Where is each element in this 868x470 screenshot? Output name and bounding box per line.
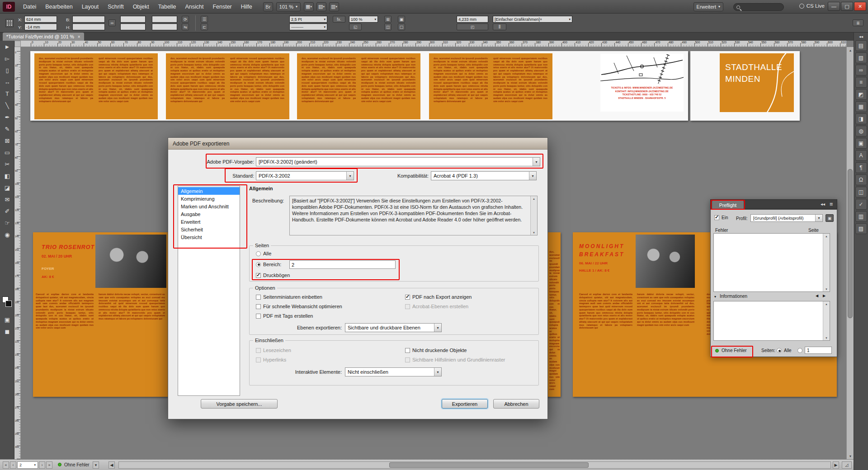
stroke-weight-select[interactable]: 2,5 Pt▾ [289, 16, 327, 23]
gradient-feather-tool[interactable]: ◪ [0, 182, 14, 193]
page-range-input[interactable]: 2 [289, 260, 396, 269]
fill-swatch[interactable] [5, 301, 12, 307]
last-page-button[interactable]: » [46, 461, 52, 469]
dialog-section-allgemein[interactable]: Allgemein [178, 187, 240, 195]
next-page-button[interactable]: › [39, 461, 45, 469]
export-button[interactable]: Exportieren [442, 399, 488, 409]
swatches-panel-icon[interactable]: ▦ [855, 101, 867, 112]
line-tool[interactable]: ╲ [0, 99, 14, 111]
stroke-panel-icon[interactable]: ≡ [855, 77, 867, 88]
photo-trio[interactable] [95, 235, 166, 288]
interactive-elements-select[interactable]: Nicht einschließen▾ [345, 367, 442, 376]
drop-shadow-icon[interactable]: ◱ [349, 24, 362, 30]
cancel-button[interactable]: Abbrechen [493, 399, 539, 409]
menu-datei[interactable]: Datei [19, 0, 41, 14]
stroke-align-icons[interactable]: ☰ [201, 16, 208, 23]
reference-point-proxy[interactable] [5, 19, 14, 27]
collapse-panel-icon[interactable]: ◂◂ [821, 202, 825, 207]
preflight-all-pages-radio[interactable]: Alle [777, 348, 792, 353]
separations-panel-icon[interactable]: ▥ [855, 211, 867, 222]
description-box[interactable]: [Basiert auf "[PDF/X-3:2002]"] Verwenden… [289, 196, 538, 235]
hand-tool[interactable]: ☞ [0, 217, 14, 229]
dialog-section-übersicht[interactable]: Übersicht [178, 233, 240, 241]
cs-live-button[interactable]: CS Live [799, 3, 825, 9]
shear-angle-field[interactable] [152, 24, 177, 30]
links-panel-icon[interactable]: ∞ [855, 65, 867, 75]
resize-grip[interactable]: ◿ [842, 461, 852, 469]
scroll-down-icon[interactable]: ▼ [531, 230, 537, 235]
arrange-documents-button[interactable]: ▥▾ [329, 2, 339, 11]
preflight-panel-icon[interactable]: ✓ [855, 199, 867, 210]
scale-y-field[interactable] [120, 24, 146, 30]
workspace-switcher[interactable]: Erweitert▾ [693, 2, 723, 11]
h-scroll-right-button[interactable]: ▶ [833, 461, 839, 469]
error-list-scrollbar[interactable]: ▲▼ [823, 234, 830, 291]
page-number-select[interactable]: 2▾ [17, 461, 38, 469]
prev-error-icon[interactable]: ◀ [816, 294, 818, 298]
constrain-proportions-icon[interactable]: ∞ [108, 19, 116, 26]
bridge-button[interactable]: Br [263, 2, 273, 11]
scroll-up-icon[interactable]: ▲ [823, 301, 830, 306]
menu-fenster[interactable]: Fenster [208, 0, 236, 14]
object-style-select[interactable]: [Einfacher Grafikrahmen]+▾ [493, 16, 572, 23]
effects-panel-icon[interactable]: ◍ [855, 126, 867, 136]
menu-tabelle[interactable]: Tabelle [154, 0, 181, 14]
rotate-90-icon[interactable]: ⟳ [182, 16, 189, 23]
flyer-panel[interactable]: dus, acerumet esciuscil im ipsundi psund… [297, 53, 420, 119]
glyphs-panel-icon[interactable]: Ω [855, 174, 867, 185]
dialog-section-erweitert[interactable]: Erweitert [178, 218, 240, 226]
effects-menu-button[interactable]: fx. [333, 16, 345, 23]
scroll-up-icon[interactable]: ▲ [847, 47, 854, 53]
vertical-ruler[interactable]: 0102030405060708090100110120130140150160… [14, 47, 21, 459]
direct-selection-tool[interactable]: ▻ [0, 52, 14, 64]
scroll-up-icon[interactable]: ▲ [531, 196, 537, 201]
menu-hilfe[interactable]: Hilfe [236, 0, 257, 14]
control-panel-menu-icon[interactable]: ≣ [853, 19, 863, 26]
type-tool[interactable]: T [0, 88, 14, 99]
text-wrap-icons[interactable]: ◫ [384, 24, 392, 30]
corner-options-icon[interactable]: ◰ [457, 24, 488, 30]
view-options-button[interactable]: ▦▾ [304, 2, 314, 11]
select-content-icon[interactable]: ▢ [398, 24, 405, 30]
preflight-tab[interactable]: Preflight [712, 201, 744, 210]
vertical-scroll-thumb[interactable] [848, 169, 853, 318]
menu-schrift[interactable]: Schrift [103, 0, 128, 14]
fill-stroke-swatches[interactable] [2, 296, 12, 308]
text-wrap-panel-icon[interactable]: ◫ [855, 187, 867, 197]
character-panel-icon[interactable]: A [855, 150, 867, 161]
menu-bearbeiten[interactable]: Bearbeiten [41, 0, 77, 14]
range-radio[interactable]: Bereich: [256, 262, 281, 267]
dialog-title-bar[interactable]: Adobe PDF exportieren [168, 138, 547, 150]
ruler-origin[interactable] [14, 41, 21, 47]
scissors-tool[interactable]: ✂ [0, 158, 14, 170]
panel-menu-icon[interactable]: ≣ [830, 202, 833, 207]
scroll-down-icon[interactable]: ▼ [847, 453, 854, 459]
flattener-panel-icon[interactable]: ▨ [855, 223, 867, 234]
preview-mode-button[interactable]: ◼ [0, 325, 14, 337]
horizontal-scroll-thumb[interactable] [389, 462, 589, 468]
gradient-swatch-tool[interactable]: ◧ [0, 170, 14, 182]
zoom-tool[interactable]: ◉ [0, 229, 14, 240]
align-icons[interactable]: ⫼ [493, 24, 506, 30]
all-pages-radio[interactable]: Alle [256, 251, 271, 256]
width-field[interactable] [72, 16, 105, 23]
x-position-field[interactable]: 624 mm [24, 16, 57, 23]
y-position-field[interactable]: -14 mm [24, 24, 57, 30]
close-button[interactable]: ✕ [854, 2, 866, 11]
close-tab-icon[interactable]: × [78, 34, 80, 39]
horizontal-scrollbar[interactable] [118, 461, 831, 469]
horizontal-ruler[interactable]: 0102030405060708090100110120130140150160… [21, 41, 846, 47]
gradient-panel-icon[interactable]: ◨ [855, 113, 867, 124]
photo-moonlight[interactable] [636, 235, 695, 288]
embed-thumbnails-checkbox[interactable]: Seitenminiaturen einbetten [256, 294, 322, 300]
frame-fitting-icons[interactable]: ⊞ [384, 16, 392, 23]
first-page-button[interactable]: « [3, 461, 9, 469]
nonprinting-objects-checkbox[interactable]: Nicht druckende Objekte [405, 348, 467, 353]
maximize-button[interactable]: ▢ [841, 2, 853, 11]
view-pdf-after-export-checkbox[interactable]: PDF nach Export anzeigen [405, 294, 472, 300]
scroll-up-icon[interactable]: ▲ [823, 234, 830, 239]
scale-x-field[interactable] [120, 16, 146, 23]
embed-profile-icon[interactable]: ▣ [826, 214, 834, 222]
save-preset-button[interactable]: Vorgabe speichern... [201, 399, 278, 409]
spreads-checkbox[interactable]: Druckbögen [256, 273, 290, 278]
